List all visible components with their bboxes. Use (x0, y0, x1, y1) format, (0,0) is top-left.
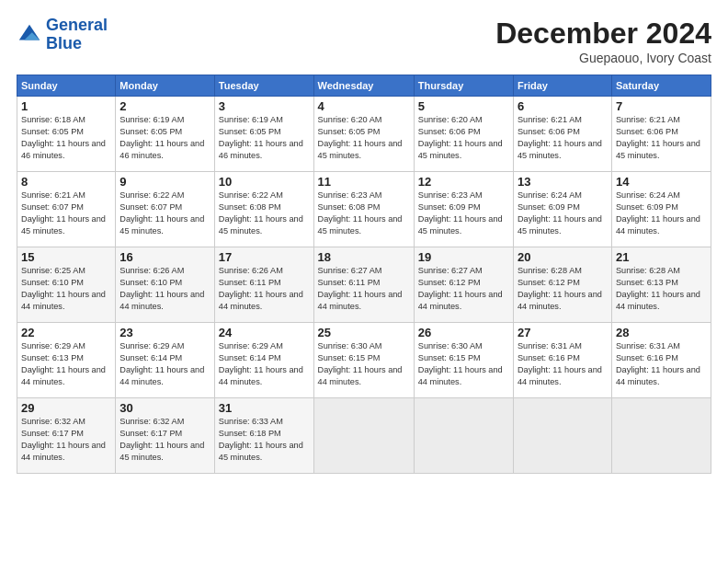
col-tuesday: Tuesday (214, 75, 313, 97)
col-sunday: Sunday (17, 75, 116, 97)
day-info: Sunrise: 6:32 AMSunset: 6:17 PMDaylight:… (119, 416, 210, 464)
logo-icon (17, 22, 42, 48)
day-info: Sunrise: 6:27 AMSunset: 6:12 PMDaylight:… (418, 265, 509, 313)
table-row: 7Sunrise: 6:21 AMSunset: 6:06 PMDaylight… (611, 97, 711, 172)
table-row: 10Sunrise: 6:22 AMSunset: 6:08 PMDayligh… (214, 172, 313, 247)
day-number: 14 (616, 175, 707, 189)
day-info: Sunrise: 6:18 AMSunset: 6:05 PMDaylight:… (21, 114, 111, 162)
day-info: Sunrise: 6:28 AMSunset: 6:13 PMDaylight:… (616, 265, 707, 313)
day-info: Sunrise: 6:31 AMSunset: 6:16 PMDaylight:… (616, 340, 707, 388)
day-number: 28 (616, 326, 707, 339)
day-info: Sunrise: 6:26 AMSunset: 6:10 PMDaylight:… (119, 265, 210, 313)
table-row: 27Sunrise: 6:31 AMSunset: 6:16 PMDayligh… (513, 323, 611, 398)
table-row: 4Sunrise: 6:20 AMSunset: 6:05 PMDaylight… (313, 97, 414, 172)
table-row (313, 398, 414, 474)
table-row: 14Sunrise: 6:24 AMSunset: 6:09 PMDayligh… (611, 172, 711, 247)
table-row: 20Sunrise: 6:28 AMSunset: 6:12 PMDayligh… (513, 247, 611, 323)
page: General Blue December 2024 Guepaouo, Ivo… (0, 0, 728, 563)
col-monday: Monday (116, 75, 215, 97)
calendar-week-row: 22Sunrise: 6:29 AMSunset: 6:13 PMDayligh… (17, 323, 711, 398)
day-number: 16 (119, 250, 210, 264)
table-row: 26Sunrise: 6:30 AMSunset: 6:15 PMDayligh… (414, 323, 513, 398)
table-row: 8Sunrise: 6:21 AMSunset: 6:07 PMDaylight… (17, 172, 116, 247)
day-info: Sunrise: 6:20 AMSunset: 6:06 PMDaylight:… (418, 114, 509, 162)
subtitle: Guepaouo, Ivory Coast (495, 51, 711, 65)
table-row (414, 398, 513, 474)
day-number: 31 (219, 401, 310, 415)
col-thursday: Thursday (414, 75, 513, 97)
table-row: 28Sunrise: 6:31 AMSunset: 6:16 PMDayligh… (611, 323, 711, 398)
table-row: 6Sunrise: 6:21 AMSunset: 6:06 PMDaylight… (513, 97, 611, 172)
calendar-week-row: 15Sunrise: 6:25 AMSunset: 6:10 PMDayligh… (17, 247, 711, 323)
day-info: Sunrise: 6:28 AMSunset: 6:12 PMDaylight:… (518, 265, 608, 313)
day-number: 23 (119, 326, 210, 339)
table-row: 12Sunrise: 6:23 AMSunset: 6:09 PMDayligh… (414, 172, 513, 247)
logo-text: General Blue (46, 17, 108, 53)
table-row: 31Sunrise: 6:33 AMSunset: 6:18 PMDayligh… (214, 398, 313, 474)
day-info: Sunrise: 6:27 AMSunset: 6:11 PMDaylight:… (318, 265, 410, 313)
day-number: 10 (219, 175, 310, 189)
table-row: 21Sunrise: 6:28 AMSunset: 6:13 PMDayligh… (611, 247, 711, 323)
col-friday: Friday (513, 75, 611, 97)
day-number: 11 (318, 175, 410, 189)
day-number: 25 (318, 326, 410, 339)
table-row: 24Sunrise: 6:29 AMSunset: 6:14 PMDayligh… (214, 323, 313, 398)
table-row (513, 398, 611, 474)
day-number: 13 (518, 175, 608, 189)
day-info: Sunrise: 6:21 AMSunset: 6:06 PMDaylight:… (518, 114, 608, 162)
day-number: 8 (21, 175, 111, 189)
month-title: December 2024 (495, 17, 711, 51)
table-row: 16Sunrise: 6:26 AMSunset: 6:10 PMDayligh… (116, 247, 215, 323)
day-number: 7 (616, 99, 707, 113)
day-number: 4 (318, 99, 410, 113)
day-number: 26 (418, 326, 509, 339)
table-row (611, 398, 711, 474)
table-row: 1Sunrise: 6:18 AMSunset: 6:05 PMDaylight… (17, 97, 116, 172)
day-info: Sunrise: 6:23 AMSunset: 6:08 PMDaylight:… (318, 190, 410, 237)
day-number: 9 (119, 175, 210, 189)
day-number: 21 (616, 250, 707, 264)
table-row: 25Sunrise: 6:30 AMSunset: 6:15 PMDayligh… (313, 323, 414, 398)
day-info: Sunrise: 6:21 AMSunset: 6:07 PMDaylight:… (21, 190, 111, 237)
day-info: Sunrise: 6:24 AMSunset: 6:09 PMDaylight:… (616, 190, 707, 237)
day-number: 6 (518, 99, 608, 113)
day-info: Sunrise: 6:29 AMSunset: 6:14 PMDaylight:… (219, 340, 310, 388)
day-info: Sunrise: 6:25 AMSunset: 6:10 PMDaylight:… (21, 265, 111, 313)
title-area: December 2024 Guepaouo, Ivory Coast (495, 17, 711, 65)
day-number: 30 (119, 401, 210, 415)
day-info: Sunrise: 6:30 AMSunset: 6:15 PMDaylight:… (318, 340, 410, 388)
table-row: 17Sunrise: 6:26 AMSunset: 6:11 PMDayligh… (214, 247, 313, 323)
table-row: 13Sunrise: 6:24 AMSunset: 6:09 PMDayligh… (513, 172, 611, 247)
calendar-header-row: Sunday Monday Tuesday Wednesday Thursday… (17, 75, 711, 97)
day-number: 22 (21, 326, 111, 339)
day-number: 1 (21, 99, 111, 113)
day-info: Sunrise: 6:19 AMSunset: 6:05 PMDaylight:… (219, 114, 310, 162)
day-number: 24 (219, 326, 310, 339)
table-row: 3Sunrise: 6:19 AMSunset: 6:05 PMDaylight… (214, 97, 313, 172)
calendar-table: Sunday Monday Tuesday Wednesday Thursday… (17, 75, 711, 474)
day-info: Sunrise: 6:29 AMSunset: 6:14 PMDaylight:… (119, 340, 210, 388)
day-number: 19 (418, 250, 509, 264)
header: General Blue December 2024 Guepaouo, Ivo… (17, 17, 711, 65)
table-row: 5Sunrise: 6:20 AMSunset: 6:06 PMDaylight… (414, 97, 513, 172)
day-number: 18 (318, 250, 410, 264)
day-number: 5 (418, 99, 509, 113)
calendar-week-row: 1Sunrise: 6:18 AMSunset: 6:05 PMDaylight… (17, 97, 711, 172)
table-row: 2Sunrise: 6:19 AMSunset: 6:05 PMDaylight… (116, 97, 215, 172)
day-info: Sunrise: 6:22 AMSunset: 6:08 PMDaylight:… (219, 190, 310, 237)
table-row: 23Sunrise: 6:29 AMSunset: 6:14 PMDayligh… (116, 323, 215, 398)
day-info: Sunrise: 6:32 AMSunset: 6:17 PMDaylight:… (21, 416, 111, 464)
day-number: 20 (518, 250, 608, 264)
day-info: Sunrise: 6:33 AMSunset: 6:18 PMDaylight:… (219, 416, 310, 464)
day-number: 12 (418, 175, 509, 189)
day-number: 17 (219, 250, 310, 264)
calendar-week-row: 8Sunrise: 6:21 AMSunset: 6:07 PMDaylight… (17, 172, 711, 247)
day-info: Sunrise: 6:24 AMSunset: 6:09 PMDaylight:… (518, 190, 608, 237)
day-info: Sunrise: 6:20 AMSunset: 6:05 PMDaylight:… (318, 114, 410, 162)
table-row: 30Sunrise: 6:32 AMSunset: 6:17 PMDayligh… (116, 398, 215, 474)
table-row: 18Sunrise: 6:27 AMSunset: 6:11 PMDayligh… (313, 247, 414, 323)
col-saturday: Saturday (611, 75, 711, 97)
day-number: 2 (119, 99, 210, 113)
day-info: Sunrise: 6:22 AMSunset: 6:07 PMDaylight:… (119, 190, 210, 237)
day-info: Sunrise: 6:23 AMSunset: 6:09 PMDaylight:… (418, 190, 509, 237)
